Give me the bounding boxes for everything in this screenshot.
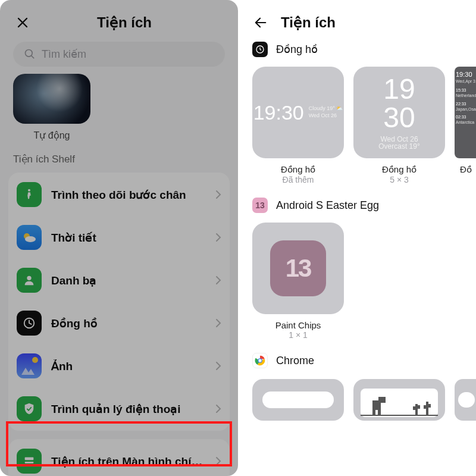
- row-weather[interactable]: Thời tiết: [8, 217, 230, 259]
- widget-name: Paint Chips: [252, 320, 344, 330]
- shield-icon: [17, 396, 42, 421]
- home-widgets-icon: [17, 449, 42, 474]
- auto-tile-preview: [13, 74, 90, 124]
- time-m: 30: [383, 104, 415, 132]
- dino-game-preview: [361, 389, 438, 417]
- preview-pill: [458, 392, 475, 408]
- svg-rect-13: [361, 415, 438, 416]
- cond-text: Overcast 19°: [378, 143, 420, 150]
- row-label: Tiện ích trên Màn hình chí…: [51, 455, 206, 468]
- clock-app-icon: [252, 42, 268, 57]
- chrome-widget-search[interactable]: [252, 379, 344, 421]
- section-shelf: Tiện ích Shelf: [0, 147, 238, 169]
- chrome-widgets-row: [238, 374, 476, 421]
- row-label: Trình quản lý điện thoại: [51, 402, 206, 416]
- wc3-p1: Netherlands: [456, 93, 476, 98]
- chevron-right-icon: [215, 318, 221, 328]
- widget-tile: 13: [252, 223, 344, 314]
- row-contacts[interactable]: Danh bạ: [8, 259, 230, 302]
- svg-point-4: [27, 276, 31, 280]
- auto-label: Tự động: [13, 130, 90, 141]
- row-label: Ảnh: [51, 359, 206, 373]
- left-screen: Tiện ích Tìm kiếm Tự động Tiện ích Shelf…: [0, 0, 238, 476]
- clock-icon: [17, 311, 42, 336]
- svg-rect-16: [372, 410, 375, 415]
- widget-name: Đồng hồ: [252, 164, 344, 175]
- left-header: Tiện ích: [0, 0, 238, 38]
- wc3-time: 19:30: [456, 70, 472, 79]
- paint-chips-widget[interactable]: 13 Paint Chips 1 × 1: [252, 223, 344, 340]
- walk-icon: [17, 182, 42, 207]
- wc3-p3: Antarctica: [456, 120, 474, 125]
- svg-rect-8: [25, 465, 30, 466]
- svg-rect-21: [426, 402, 428, 415]
- clock-widget-3[interactable]: 19:30 Wed,Apr 3 15:33 Netherlands 22:33 …: [455, 67, 476, 184]
- wc3-date: Wed,Apr 3: [456, 79, 475, 84]
- weather-icon: [17, 225, 42, 250]
- svg-rect-17: [378, 410, 381, 415]
- right-screen: Tiện ích Đồng hồ 19:30 Cloudy 19° ⛅ Wed …: [238, 0, 476, 476]
- clock-widgets-row: 19:30 Cloudy 19° ⛅ Wed Oct 26 Đồng hồ Đã…: [238, 63, 476, 187]
- left-title: Tiện ích: [24, 14, 225, 31]
- shelf-list-2: Tiện ích trên Màn hình chí…: [8, 439, 230, 476]
- shelf-list: Trình theo dõi bước chân Thời tiết Danh …: [8, 173, 230, 431]
- svg-rect-22: [424, 405, 426, 409]
- clock-widget-1[interactable]: 19:30 Cloudy 19° ⛅ Wed Oct 26 Đồng hồ Đã…: [252, 67, 344, 184]
- row-label: Trình theo dõi bước chân: [51, 188, 206, 202]
- widget-tile: 19:30 Wed,Apr 3 15:33 Netherlands 22:33 …: [455, 67, 476, 158]
- search-input[interactable]: Tìm kiếm: [13, 42, 225, 67]
- row-home-widgets[interactable]: Tiện ích trên Màn hình chí…: [8, 439, 230, 476]
- app-label: Chrome: [276, 355, 314, 367]
- time-h: 19: [383, 75, 415, 104]
- chevron-right-icon: [215, 275, 221, 285]
- clock-widget-2[interactable]: 19 30 Wed Oct 26 Overcast 19° Đồng hồ 5 …: [353, 67, 445, 184]
- chrome-widget-3[interactable]: [455, 379, 476, 421]
- row-label: Đồng hồ: [51, 317, 206, 330]
- contacts-icon: [17, 268, 42, 293]
- wc3-l3: 02:33: [456, 114, 466, 120]
- widget-sub: 5 × 3: [353, 175, 445, 184]
- app-clock[interactable]: Đồng hồ: [238, 38, 476, 63]
- svg-rect-6: [25, 458, 34, 461]
- chrome-icon: [252, 353, 268, 368]
- egg-tile-inner: 13: [270, 240, 326, 296]
- widget-sub: Đã thêm: [252, 175, 344, 184]
- chevron-right-icon: [215, 233, 221, 242]
- app-chrome[interactable]: Chrome: [238, 349, 476, 374]
- widget-name: Đồ: [455, 164, 476, 175]
- svg-point-1: [28, 189, 30, 192]
- app-label: Đồng hồ: [276, 43, 318, 56]
- search-icon: [24, 48, 36, 60]
- svg-rect-15: [378, 397, 386, 403]
- widget-tile: 19 30 Wed Oct 26 Overcast 19°: [353, 67, 445, 158]
- right-title: Tiện ích: [281, 14, 336, 31]
- wc3-p2: Japan,Osaka: [456, 107, 476, 112]
- app-easter-egg[interactable]: 13 Android S Easter Egg: [238, 194, 476, 219]
- row-clock[interactable]: Đồng hồ: [8, 302, 230, 345]
- chevron-right-icon: [215, 190, 221, 199]
- photos-icon: [17, 353, 42, 378]
- cond-text: Cloudy 19°: [309, 105, 335, 111]
- widget-tile: 19:30 Cloudy 19° ⛅ Wed Oct 26: [252, 67, 344, 158]
- widget-name: Đồng hồ: [353, 164, 445, 175]
- chevron-right-icon: [215, 404, 221, 414]
- back-icon[interactable]: [251, 13, 270, 32]
- svg-point-3: [25, 236, 36, 242]
- svg-rect-18: [415, 404, 418, 415]
- row-photos[interactable]: Ảnh: [8, 345, 230, 388]
- auto-widget[interactable]: Tự động: [0, 74, 238, 147]
- row-label: Danh bạ: [51, 274, 206, 287]
- row-phone-manager[interactable]: Trình quản lý điện thoại: [8, 388, 230, 431]
- app-label: Android S Easter Egg: [276, 199, 379, 212]
- search-bar-preview: [262, 392, 334, 408]
- row-step-tracker[interactable]: Trình theo dõi bước chân: [8, 173, 230, 217]
- chrome-widget-dino[interactable]: [353, 379, 445, 421]
- svg-rect-19: [413, 406, 415, 410]
- svg-rect-20: [418, 405, 420, 409]
- egg-widgets-row: 13 Paint Chips 1 × 1: [238, 219, 476, 342]
- right-header: Tiện ích: [238, 0, 476, 38]
- time-text: 19:30: [253, 101, 304, 124]
- date-text: Wed Oct 26: [309, 112, 337, 118]
- search-placeholder: Tìm kiếm: [42, 48, 86, 61]
- chevron-right-icon: [215, 361, 221, 371]
